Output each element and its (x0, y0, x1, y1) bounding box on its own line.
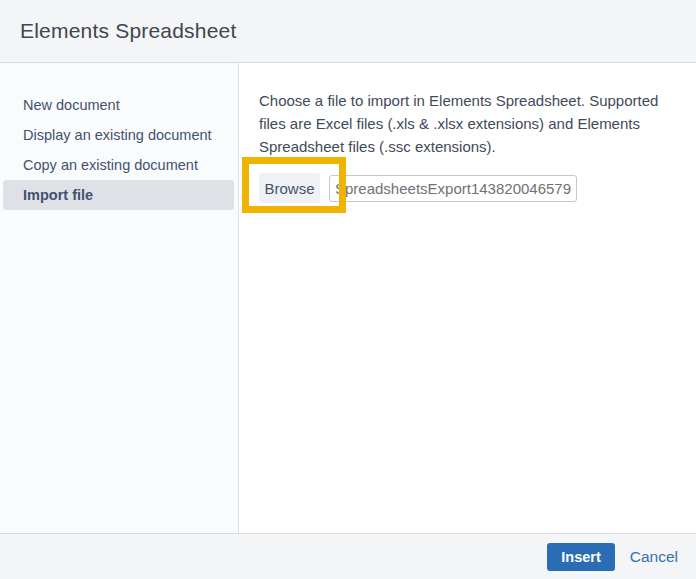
sidebar-item-display-existing-document[interactable]: Display an existing document (3, 120, 234, 150)
elements-spreadsheet-dialog: Elements Spreadsheet New document Displa… (0, 0, 696, 579)
insert-button[interactable]: Insert (547, 543, 615, 571)
sidebar-item-copy-existing-document[interactable]: Copy an existing document (3, 150, 234, 180)
browse-button[interactable]: Browse (259, 173, 320, 203)
cancel-link[interactable]: Cancel (630, 548, 678, 566)
dialog-body: New document Display an existing documen… (0, 63, 696, 533)
file-name-input[interactable] (329, 175, 577, 202)
sidebar-item-import-file[interactable]: Import file (3, 180, 234, 210)
import-description: Choose a file to import in Elements Spre… (259, 89, 676, 158)
dialog-header: Elements Spreadsheet (0, 0, 696, 63)
dialog-footer: Insert Cancel (0, 533, 696, 579)
sidebar-item-new-document[interactable]: New document (3, 90, 234, 120)
dialog-title: Elements Spreadsheet (20, 19, 236, 43)
import-file-pane: Choose a file to import in Elements Spre… (239, 63, 696, 533)
sidebar: New document Display an existing documen… (0, 63, 239, 533)
file-picker-row: Browse (259, 171, 676, 205)
